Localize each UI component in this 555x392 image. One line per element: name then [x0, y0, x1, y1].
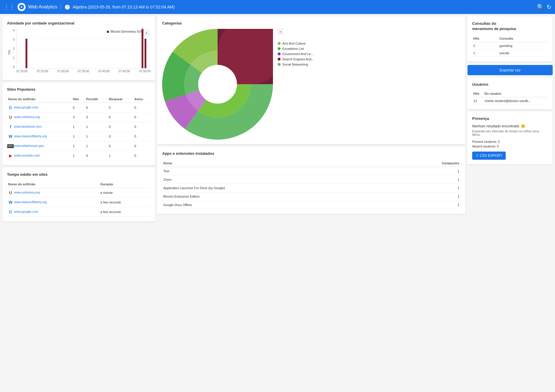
avg-time-table: Nome do anfitrião Duração Uwww.ushistory… [7, 180, 150, 217]
legend-color-dot [278, 63, 281, 66]
site-cell2: Gwww.google.com [7, 207, 99, 217]
left-column: Atividade por unidade organizacional Hit… [0, 14, 157, 392]
avg-time-title: Tempo médio em sites [7, 172, 150, 177]
popular-sites-table: Nome do anfitrião Hits Permitir Bloquear… [7, 95, 150, 161]
apps-table: Nome Instalações Text 1 Zoom 1 Applicati… [162, 159, 461, 209]
app-name-cell: Google Docs Offline [162, 201, 390, 209]
query-text-cell: gambling [498, 42, 548, 50]
col-q-hits: Hits [472, 35, 498, 42]
site-link[interactable]: www.whitehouse.gov [14, 144, 44, 147]
chart-x-labels: 07:20:00 07:25:00 07:30:00 07:35:00 07:4… [16, 70, 150, 75]
queries-table: Hits Consulta 2 gambling 1 suicide [472, 35, 548, 57]
grid-icon[interactable]: ⋮⋮ [3, 3, 15, 10]
site-cell2: Wwww.statueofliberty.org [7, 198, 99, 207]
user-email-cell: charlie.student@blocksi-sandb... [483, 97, 548, 105]
chart-svg [17, 29, 150, 68]
col-user: Do usuário [483, 90, 548, 97]
col-app-name: Nome [162, 159, 390, 167]
query-hits-cell: 2 [472, 42, 498, 50]
legend-label: Search Engines And... [282, 57, 314, 61]
activity-title: Atividade por unidade organizacional [7, 21, 150, 25]
chart-expand-btn[interactable]: > [143, 30, 149, 36]
site-link[interactable]: www.ushistory.org [14, 115, 40, 119]
site-link[interactable]: www.statueofliberty.org [14, 134, 47, 138]
site-link[interactable]: www.google.com [14, 106, 38, 109]
svg-point-9 [198, 65, 237, 104]
chart-y-axis: 4 3 2 1 0 [7, 29, 16, 68]
avg-site-link[interactable]: www.statueofliberty.org [14, 200, 47, 204]
app-row: Blocksi Enterprise Edition 1 [162, 192, 461, 201]
site-icon: ▶ [8, 153, 13, 158]
permit-cell: 6 [85, 103, 108, 112]
legend-color-dot [278, 52, 281, 55]
legend-label: Social Networking [282, 63, 308, 66]
export-csv-button[interactable]: Exportar csv [468, 65, 553, 75]
permit-cell: 1 [85, 141, 108, 151]
users-table: Hits Do usuário 13 charlie.student@block… [472, 90, 548, 105]
csv-export-button[interactable]: ⇧ CSV EXPORT [472, 152, 506, 160]
refresh-icon[interactable]: ↻ [547, 3, 552, 10]
main-layout: Atividade por unidade organizacional Hit… [0, 14, 555, 392]
query-row: 1 suicide [472, 50, 548, 57]
avg-site-link[interactable]: www.ushistory.org [14, 191, 40, 194]
blocksi-logo [17, 3, 26, 11]
pie-container [162, 29, 273, 140]
presence-card: Presença Nenhum resultado encontrado 🙂 E… [468, 112, 553, 164]
topbar-subtitle: Algebra (2023-05-26, from 07:15:13 AM to… [73, 5, 174, 9]
col-hits: Hits [72, 95, 85, 103]
user-hits-cell: 13 [472, 97, 483, 105]
site-cell: Gwww.google.com [7, 103, 72, 112]
block-cell: 0 [108, 141, 133, 151]
smile-icon: 🙂 [521, 124, 525, 128]
popular-sites-body: Gwww.google.com 6 6 0 0 Uwww.ushistory.o… [7, 103, 150, 161]
app-name-cell: Blocksi Enterprise Edition [162, 192, 390, 201]
popular-sites-card: Sites Populares Nome do anfitrião Hits P… [2, 82, 155, 165]
popular-sites-header: Nome do anfitrião Hits Permitir Bloquear… [7, 95, 150, 103]
queries-header: Hits Consulta [472, 35, 548, 42]
col-permit: Permitir [85, 95, 108, 103]
app-installs-cell: 1 [390, 175, 461, 184]
absent-students: Absent students: 0 [472, 145, 548, 148]
app-installs-cell: 1 [390, 192, 461, 201]
avg-time-row: Wwww.statueofliberty.org a few seconds [7, 198, 150, 207]
duration-cell: a few seconds [99, 207, 150, 217]
app-name-cell: Text [162, 167, 390, 175]
warn-cell: 0 [133, 132, 150, 141]
queries-body: 2 gambling 1 suicide [472, 42, 548, 57]
app-installs-cell: 1 [390, 201, 461, 209]
app-name-cell: Zoom [162, 175, 390, 184]
col-hostname2: Nome do anfitrião [7, 180, 99, 188]
warn-cell: 0 [133, 141, 150, 151]
topbar: ⋮⋮ Web Analytics 🕐 Algebra (2023-05-26, … [0, 0, 555, 14]
permit-cell: 1 [85, 132, 108, 141]
site-link[interactable]: www.facebook.com [14, 125, 42, 128]
categories-expand-btn[interactable]: > [278, 29, 283, 35]
users-header: Hits Do usuário [472, 90, 548, 97]
site-icon: f [8, 124, 13, 129]
search-icon[interactable]: 🔍 [537, 3, 544, 10]
presence-hint: Expanda seu intervalo de tempo ou refine… [472, 129, 548, 136]
legend-dot [107, 31, 109, 33]
query-hits-cell: 1 [472, 50, 498, 57]
block-cell: 0 [108, 103, 133, 112]
hits-cell: 1 [72, 141, 85, 151]
avg-site-link[interactable]: www.google.com [14, 210, 38, 213]
users-body: 13 charlie.student@blocksi-sandb... [472, 97, 548, 105]
site-cell: WHwww.whitehouse.gov [7, 141, 72, 151]
warn-cell: 0 [133, 122, 150, 132]
legend-label: Arts And Culture [282, 42, 306, 45]
avg-time-row: Uwww.ushistory.org a minute [7, 188, 150, 198]
legend-label: Government And Le... [282, 52, 314, 56]
hits-cell: 1 [72, 132, 85, 141]
hits-cell: 6 [72, 103, 85, 112]
permit-cell: 1 [85, 122, 108, 132]
app-row: Google Docs Offline 1 [162, 201, 461, 209]
chart-area: Hits 4 3 2 1 0 [7, 29, 150, 75]
duration-cell: a minute [99, 188, 150, 198]
apps-body: Text 1 Zoom 1 Application Launcher For D… [162, 167, 461, 209]
svg-rect-7 [145, 39, 146, 68]
site-icon: WH [8, 144, 13, 148]
site-link[interactable]: www.youtube.com [14, 154, 40, 157]
svg-rect-6 [141, 29, 143, 68]
query-text-cell: suicide [498, 50, 548, 57]
